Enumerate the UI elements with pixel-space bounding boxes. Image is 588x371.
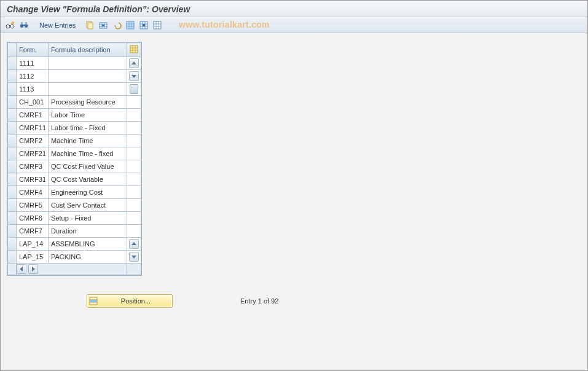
table-row: PACKING — [8, 251, 141, 264]
row-selector[interactable] — [8, 122, 17, 135]
triangle-up-icon — [131, 61, 136, 66]
formula-key-input[interactable] — [17, 57, 48, 69]
formula-description-cell[interactable]: Machine Time - fixed — [49, 148, 127, 159]
svg-rect-16 — [130, 45, 138, 53]
row-selector[interactable] — [8, 109, 17, 122]
vscroll-track[interactable] — [127, 251, 141, 264]
vscroll-track[interactable] — [127, 83, 141, 96]
vscroll-track[interactable] — [127, 147, 141, 160]
scroll-corner — [127, 264, 141, 275]
row-selector[interactable] — [8, 83, 17, 96]
formula-key-input[interactable] — [17, 147, 48, 160]
vscroll-track[interactable] — [127, 109, 141, 122]
vscroll-track[interactable] — [127, 199, 141, 212]
row-selector[interactable] — [8, 57, 17, 70]
vscroll-track[interactable] — [127, 70, 141, 83]
row-selector[interactable] — [8, 70, 17, 83]
row-selector[interactable] — [8, 186, 17, 199]
formula-description-cell[interactable]: Cust Serv Contact — [49, 200, 127, 211]
row-selector[interactable] — [8, 147, 17, 160]
formula-description-cell[interactable]: Engineering Cost — [49, 187, 127, 198]
deselect-all-button[interactable] — [151, 19, 163, 31]
deselect-icon — [152, 20, 162, 30]
select-block-button[interactable] — [138, 19, 150, 31]
vscroll-track[interactable] — [127, 238, 141, 251]
row-selector[interactable] — [8, 173, 17, 186]
formula-description-cell[interactable]: ASSEMBLING — [49, 238, 127, 249]
formula-description-cell[interactable]: Labor Time — [49, 109, 127, 120]
formula-description-cell[interactable]: Machine Time — [49, 135, 127, 146]
hscroll-right-button[interactable] — [28, 264, 38, 274]
position-bar: Position... Entry 1 of 92 — [7, 294, 581, 308]
formula-key-input[interactable] — [17, 160, 48, 173]
formula-key-input[interactable] — [17, 238, 48, 250]
row-selector[interactable] — [8, 225, 17, 238]
change-display-toggle[interactable] — [4, 19, 17, 31]
vscroll-track[interactable] — [127, 160, 141, 173]
formula-description-cell[interactable]: QC Cost Fixed Value — [49, 161, 127, 172]
select-block-icon — [139, 20, 149, 30]
configure-columns-button[interactable] — [127, 43, 141, 57]
formula-description-cell[interactable] — [49, 87, 127, 91]
copy-as-button[interactable] — [84, 19, 96, 31]
formula-description-cell[interactable] — [49, 61, 127, 65]
new-entries-button[interactable]: New Entries — [34, 20, 81, 31]
column-header-desc[interactable]: Formula description — [49, 43, 127, 57]
formula-key-input[interactable] — [17, 225, 48, 237]
formula-description-cell[interactable]: Labor time - Fixed — [49, 122, 127, 133]
formula-key-input[interactable] — [17, 212, 48, 224]
formula-key-input[interactable] — [17, 251, 48, 263]
hscroll-track[interactable] — [17, 264, 127, 275]
formula-key-input[interactable] — [17, 109, 48, 121]
formula-description-cell[interactable]: Duration — [49, 225, 127, 236]
formula-key-input[interactable] — [17, 186, 48, 198]
vscroll-up-button-bottom[interactable] — [129, 239, 139, 249]
row-selector[interactable] — [8, 238, 17, 251]
vscroll-track[interactable] — [127, 186, 141, 199]
vscroll-track[interactable] — [127, 173, 141, 186]
formula-key-input[interactable] — [17, 70, 48, 82]
row-selector[interactable] — [8, 135, 17, 147]
table-row: Setup - Fixed — [8, 212, 141, 225]
row-selector[interactable] — [8, 212, 17, 225]
formula-key-input[interactable] — [17, 173, 48, 186]
row-selector-header[interactable] — [8, 43, 17, 57]
formula-key-input[interactable] — [17, 96, 48, 108]
svg-rect-8 — [88, 23, 93, 29]
vscroll-track[interactable] — [127, 225, 141, 238]
select-all-button[interactable] — [124, 19, 136, 31]
vscroll-track[interactable] — [127, 135, 141, 147]
delete-button[interactable] — [97, 19, 109, 31]
vscroll-track[interactable] — [127, 122, 141, 135]
formula-description-cell[interactable]: QC Cost Variable — [49, 174, 127, 185]
table-row: Engineering Cost — [8, 186, 141, 199]
row-selector[interactable] — [8, 96, 17, 109]
undo-button[interactable] — [111, 19, 123, 31]
formula-key-input[interactable] — [17, 199, 48, 211]
row-selector[interactable] — [8, 160, 17, 173]
vscroll-track[interactable] — [127, 96, 141, 109]
formula-key-input[interactable] — [17, 135, 48, 147]
find-button[interactable] — [18, 19, 30, 31]
formula-key-input[interactable] — [17, 122, 48, 134]
formula-key-input[interactable] — [17, 83, 48, 95]
vscroll-down-button[interactable] — [129, 71, 139, 81]
formula-description-cell[interactable]: Processing Resource — [49, 96, 127, 107]
vscroll-up-button[interactable] — [129, 58, 139, 68]
vscroll-track[interactable] — [127, 212, 141, 225]
vscroll-down-button-bottom[interactable] — [129, 252, 139, 262]
hscroll-left-button[interactable] — [17, 264, 26, 274]
svg-rect-18 — [90, 300, 97, 302]
row-selector[interactable] — [8, 251, 17, 264]
vscroll-track[interactable] — [127, 57, 141, 70]
row-selector[interactable] — [8, 199, 17, 212]
table-row — [8, 57, 141, 70]
formula-description-cell[interactable]: PACKING — [49, 251, 127, 262]
svg-rect-15 — [154, 21, 161, 29]
position-button[interactable]: Position... — [87, 294, 173, 308]
binoculars-icon — [19, 20, 29, 30]
formula-description-cell[interactable]: Setup - Fixed — [49, 213, 127, 224]
vscroll-thumb[interactable] — [130, 84, 138, 94]
column-header-form[interactable]: Form. — [17, 43, 49, 57]
formula-description-cell[interactable] — [49, 74, 127, 78]
